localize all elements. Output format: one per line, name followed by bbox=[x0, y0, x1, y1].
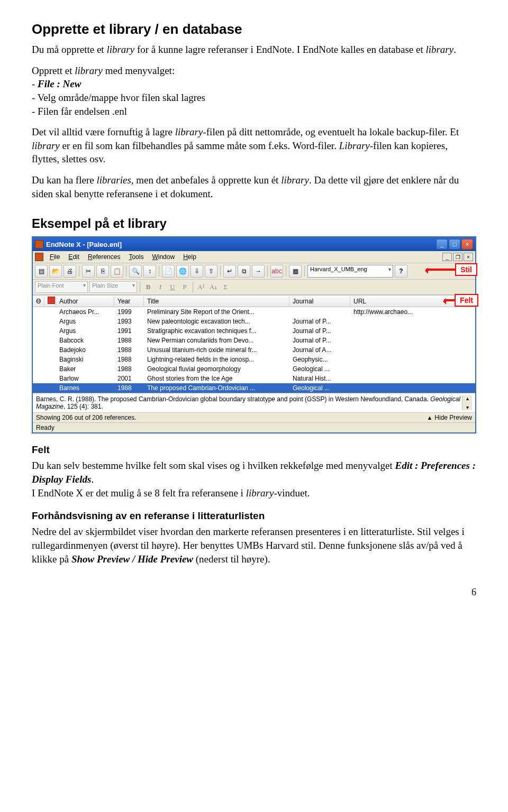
symbol-button[interactable]: Σ bbox=[220, 282, 231, 292]
mdi-minimize[interactable]: _ bbox=[442, 253, 452, 261]
table-row[interactable]: Argus1991Stratigraphic excavation techni… bbox=[33, 326, 475, 336]
online-icon[interactable]: 🌐 bbox=[176, 265, 189, 278]
export-icon[interactable]: ⇧ bbox=[205, 265, 217, 278]
cell-url bbox=[350, 320, 475, 322]
col-paperclip[interactable]: ϴ bbox=[33, 297, 44, 306]
cell bbox=[44, 330, 56, 332]
table-row[interactable]: Barnes1988The proposed Cambrian-Ordovici… bbox=[33, 383, 475, 393]
cell-year: 1988 bbox=[114, 355, 144, 364]
size-dropdown[interactable]: Plain Size bbox=[89, 281, 137, 293]
italic-button[interactable]: I bbox=[155, 282, 166, 292]
text-italic: library bbox=[75, 65, 103, 76]
cell-journal: Geophysic... bbox=[289, 355, 350, 364]
subscript-button[interactable]: A₁ bbox=[208, 282, 219, 292]
cell-url bbox=[350, 377, 475, 380]
table-row[interactable]: Babcock1988New Permian conulariids from … bbox=[33, 336, 475, 345]
col-title[interactable]: Title bbox=[144, 297, 289, 306]
cell-year: 1993 bbox=[114, 317, 144, 326]
menu-references[interactable]: References bbox=[84, 252, 124, 262]
newref-icon[interactable]: 📄 bbox=[162, 265, 175, 278]
heading-eksempel: Eksempel på et library bbox=[32, 216, 476, 231]
cell bbox=[33, 387, 44, 389]
menu-tools[interactable]: Tools bbox=[124, 252, 148, 262]
import-icon[interactable]: ⇩ bbox=[190, 265, 203, 278]
table-row[interactable]: Baker1988Geological fluvial geomorpholog… bbox=[33, 364, 475, 374]
text: Det vil alltid være fornuftig å lagre bbox=[32, 126, 175, 137]
style-dropdown[interactable]: Harvard_X_UMB_eng bbox=[307, 265, 393, 278]
table-row[interactable]: Badejoko1988Unusual titanium-rich oxide … bbox=[33, 345, 475, 355]
cell-author: Baker bbox=[56, 364, 114, 374]
sort-icon[interactable]: ↕ bbox=[143, 265, 156, 278]
para-intro: Du må opprette et library for å kunne la… bbox=[32, 43, 476, 57]
para-opprett: Opprett et library med menyvalget: bbox=[32, 64, 476, 78]
open-icon[interactable]: 📂 bbox=[49, 265, 62, 278]
cut-icon[interactable]: ✂ bbox=[82, 265, 95, 278]
cell bbox=[44, 358, 56, 361]
text-italic: library bbox=[32, 140, 60, 151]
menu-edit[interactable]: Edit bbox=[64, 252, 84, 262]
titlebar[interactable]: EndNote X - [Paleo.enl] _ □ × bbox=[33, 237, 475, 251]
format-icon[interactable]: ⧉ bbox=[238, 265, 250, 278]
cell-journal: Journal of P... bbox=[289, 326, 350, 336]
plain-button[interactable]: P bbox=[179, 282, 190, 292]
cell-title: Stratigraphic excavation techniques f... bbox=[144, 326, 289, 336]
text: med menyvalget: bbox=[103, 65, 175, 76]
cell-title: Ghost stories from the Ice Age bbox=[144, 374, 289, 383]
cell-journal: Journal of A... bbox=[289, 345, 350, 355]
window-title: EndNote X - [Paleo.enl] bbox=[46, 241, 436, 248]
font-dropdown[interactable]: Plain Font bbox=[35, 281, 88, 293]
cell-journal bbox=[289, 311, 350, 313]
text: er en fil som kan filbehandles på samme … bbox=[60, 140, 339, 151]
help-icon[interactable]: ? bbox=[395, 265, 407, 278]
col-pdf[interactable] bbox=[44, 296, 56, 307]
text: Opprett et bbox=[32, 65, 75, 76]
text-italic: library bbox=[425, 44, 453, 55]
underline-button[interactable]: U bbox=[167, 282, 178, 292]
cell-author: Argus bbox=[56, 317, 114, 326]
cell-url bbox=[350, 358, 475, 361]
cell bbox=[33, 377, 44, 380]
text: ile bbox=[53, 253, 60, 261]
callout-label: Stil bbox=[455, 263, 477, 276]
superscript-button[interactable]: A¹ bbox=[196, 282, 206, 292]
close-button[interactable]: × bbox=[461, 239, 473, 250]
cell-url bbox=[350, 368, 475, 370]
bold-button[interactable]: B bbox=[143, 282, 153, 292]
paste-icon[interactable]: 📋 bbox=[111, 265, 123, 278]
col-year[interactable]: Year bbox=[114, 297, 144, 306]
table-row[interactable]: Barlow2001Ghost stories from the Ice Age… bbox=[33, 374, 475, 383]
hide-preview-button[interactable]: ▲ Hide Preview bbox=[427, 414, 472, 421]
text: elp bbox=[188, 253, 196, 261]
scrollbar[interactable]: ▴▾ bbox=[462, 395, 472, 410]
col-journal[interactable]: Journal bbox=[289, 297, 350, 306]
cell-url bbox=[350, 387, 475, 389]
minimize-button[interactable]: _ bbox=[436, 239, 448, 250]
table-body: Archaeos Pr...1999Preliminary Site Repor… bbox=[33, 307, 475, 393]
menu-help[interactable]: Help bbox=[179, 252, 201, 262]
maximize-button[interactable]: □ bbox=[449, 239, 460, 250]
menu-file[interactable]: File bbox=[46, 252, 64, 262]
find-icon[interactable]: 🔍 bbox=[129, 265, 142, 278]
mdi-restore[interactable]: ❐ bbox=[453, 253, 462, 261]
cell-author: Archaeos Pr... bbox=[56, 307, 114, 317]
print-icon[interactable]: 🖨 bbox=[64, 265, 76, 278]
text: , 125 (4): 381. bbox=[64, 403, 103, 410]
copy-icon[interactable]: ⎘ bbox=[96, 265, 109, 278]
table-row[interactable]: Baginski1988Lightning-related fields in … bbox=[33, 355, 475, 364]
spell-icon[interactable]: abc bbox=[270, 265, 283, 278]
cell bbox=[44, 387, 56, 389]
goto-icon[interactable]: → bbox=[252, 265, 265, 278]
cell-url bbox=[350, 349, 475, 351]
separator bbox=[140, 282, 140, 292]
statusbar: Showing 206 out of 206 references. ▲ Hid… bbox=[33, 412, 475, 422]
menu-window[interactable]: Window bbox=[148, 252, 179, 262]
mdi-close[interactable]: × bbox=[464, 253, 473, 261]
callout-label: Felt bbox=[455, 294, 478, 307]
cell bbox=[44, 377, 56, 380]
chart-icon[interactable]: ▦ bbox=[289, 265, 302, 278]
table-row[interactable]: Argus1993New paleontologic excavation te… bbox=[33, 317, 475, 326]
col-author[interactable]: Author bbox=[56, 297, 114, 306]
new-icon[interactable]: ▤ bbox=[35, 265, 48, 278]
table-row[interactable]: Archaeos Pr...1999Preliminary Site Repor… bbox=[33, 307, 475, 317]
insert-icon[interactable]: ↵ bbox=[223, 265, 236, 278]
